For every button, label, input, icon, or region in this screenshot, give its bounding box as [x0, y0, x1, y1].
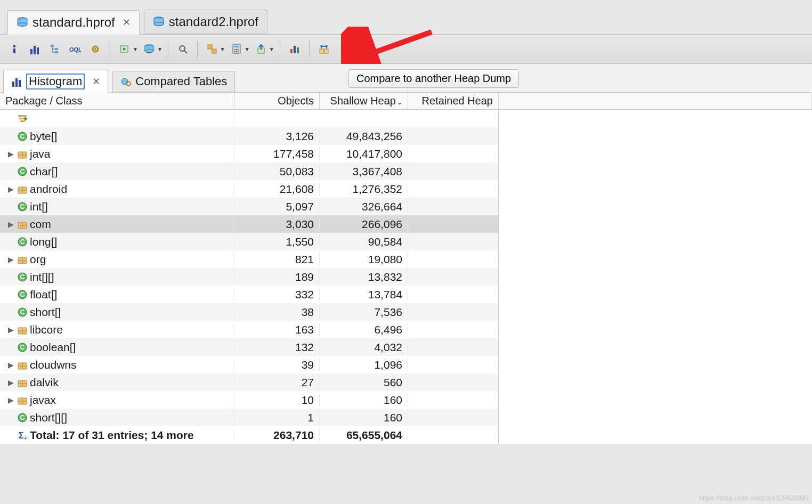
search-button[interactable]: [174, 40, 192, 58]
class-icon: [17, 412, 28, 423]
row-name: libcore: [30, 323, 63, 336]
class-icon: [17, 272, 28, 282]
file-tab-standard[interactable]: standard.hprof ✕: [7, 10, 140, 35]
file-tab-standard2[interactable]: standard2.hprof: [144, 10, 267, 34]
toolbar-separator: [110, 40, 110, 58]
table-row[interactable]: ▶ cloudwns 39 1,096: [0, 356, 498, 373]
group-dropdown[interactable]: ▼: [203, 40, 225, 58]
column-header-retained[interactable]: Retained Heap: [408, 93, 499, 109]
package-icon: [17, 360, 28, 370]
row-name: cloudwns: [30, 359, 77, 371]
row-objects: 21,608: [234, 183, 320, 196]
info-button[interactable]: [5, 40, 23, 58]
class-icon: [17, 307, 28, 318]
calculator-dropdown[interactable]: ▼: [228, 40, 250, 58]
expand-toggle[interactable]: ▶: [6, 185, 15, 193]
table-row[interactable]: ▶ com 3,030 266,096: [0, 215, 498, 233]
package-icon: [17, 324, 28, 335]
table-row[interactable]: ▶ java 177,458 10,417,800: [0, 145, 498, 162]
calculator-icon: [231, 44, 242, 54]
row-objects: 27: [234, 376, 320, 389]
oql-icon: [69, 44, 81, 54]
table-row[interactable]: ▶ libcore 163 6,496: [0, 321, 498, 338]
column-header-name[interactable]: Package / Class: [0, 93, 234, 109]
table-row[interactable]: float[] 332 13,784: [0, 286, 498, 303]
dominator-tree-button[interactable]: [46, 40, 64, 58]
expand-toggle[interactable]: ▶: [6, 255, 15, 264]
export-icon: [256, 44, 266, 54]
compare-basket-button[interactable]: [315, 40, 333, 58]
table-row[interactable]: long[] 1,550 90,584: [0, 233, 498, 250]
chart-button[interactable]: [286, 40, 304, 58]
class-icon: [17, 289, 28, 300]
database-gear-icon: [144, 44, 155, 54]
compared-tables-icon: [120, 76, 131, 87]
table-row[interactable]: short[][] 1 160: [0, 409, 498, 426]
row-shallow: 19,080: [320, 253, 408, 266]
database-icon: [17, 17, 28, 28]
table-row[interactable]: boolean[] 132 4,032: [0, 338, 498, 356]
row-objects: 38: [234, 306, 320, 319]
package-icon: [17, 219, 28, 230]
close-icon[interactable]: ✕: [92, 76, 100, 87]
table-row[interactable]: char[] 50,083 3,367,408: [0, 162, 498, 180]
row-objects: 132: [234, 341, 320, 354]
histogram-icon: [29, 44, 40, 54]
row-shallow: 160: [320, 394, 408, 407]
column-header-spacer: [499, 93, 812, 109]
expand-toggle[interactable]: ▶: [6, 150, 15, 158]
compare-icon: [319, 44, 329, 54]
compare-heap-dump-button[interactable]: Compare to another Heap Dump: [348, 69, 519, 88]
row-name: byte[]: [30, 130, 57, 143]
class-icon: [17, 166, 28, 177]
table-row[interactable]: int[] 5,097 326,664: [0, 198, 498, 215]
run-query-dropdown[interactable]: ▼: [116, 40, 138, 58]
oql-button[interactable]: [66, 40, 84, 58]
row-name: float[]: [30, 288, 57, 301]
class-icon: [17, 342, 28, 353]
histogram-button[interactable]: [26, 40, 44, 58]
row-shallow: 560: [320, 376, 408, 389]
tab-histogram[interactable]: Histogram ✕: [3, 70, 108, 93]
expand-toggle[interactable]: ▶: [6, 396, 15, 404]
row-shallow: 1,096: [320, 359, 408, 371]
row-objects: 3,126: [234, 130, 320, 143]
export-dropdown[interactable]: ▼: [252, 40, 274, 58]
row-name: short[]: [30, 306, 61, 319]
row-shallow: 13,832: [320, 271, 408, 283]
table-row[interactable]: int[][] 189 13,832: [0, 268, 498, 286]
tab-compared-tables[interactable]: Compared Tables: [112, 71, 235, 92]
db-query-dropdown[interactable]: ▼: [140, 40, 163, 58]
total-objects: 263,710: [234, 429, 320, 442]
close-icon[interactable]: ✕: [123, 17, 131, 28]
chevron-down-icon: ▼: [220, 46, 225, 52]
expand-toggle[interactable]: ▶: [6, 361, 15, 369]
database-icon: [153, 16, 165, 28]
table-row[interactable]: short[] 38 7,536: [0, 303, 498, 321]
gear-button[interactable]: [86, 40, 104, 58]
row-objects: 821: [234, 253, 320, 266]
expand-toggle[interactable]: ▶: [6, 378, 15, 387]
column-header-objects[interactable]: Objects: [234, 93, 320, 109]
expand-toggle[interactable]: ▶: [6, 326, 15, 334]
column-header-shallow[interactable]: Shallow Heap⌄: [320, 93, 408, 109]
table-row[interactable]: byte[] 3,126 49,843,256: [0, 127, 498, 145]
class-icon: [17, 201, 28, 212]
table-row[interactable]: ▶ org 821 19,080: [0, 250, 498, 268]
watermark-text: https://blog.csdn.net/zxc1605629895: [699, 494, 809, 502]
row-shallow: 3,367,408: [320, 165, 408, 178]
tab-label: Compared Tables: [135, 75, 227, 88]
row-shallow: 1,276,352: [320, 183, 408, 196]
row-objects: 3,030: [234, 218, 320, 231]
expand-toggle[interactable]: ▶: [6, 220, 15, 229]
row-shallow: 7,536: [320, 306, 408, 319]
histogram-icon: [11, 76, 22, 87]
table-row[interactable]: ▶ android 21,608 1,276,352: [0, 180, 498, 198]
file-tab-label: standard.hprof: [33, 15, 115, 30]
table-row[interactable]: ▶ dalvik 27 560: [0, 373, 498, 391]
file-tabs: standard.hprof ✕ standard2.hprof: [0, 0, 812, 34]
row-name: char[]: [30, 165, 58, 178]
table-row[interactable]: ▶ javax 10 160: [0, 391, 498, 409]
sigma-icon: [17, 430, 28, 441]
chart-icon: [289, 44, 300, 54]
